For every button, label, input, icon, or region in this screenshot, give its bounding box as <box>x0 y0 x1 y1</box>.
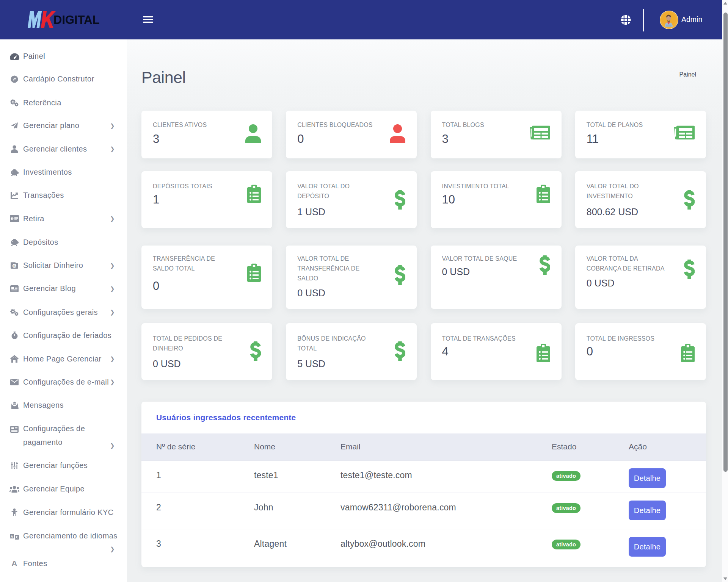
svg-text:A: A <box>11 534 13 538</box>
svg-text:$: $ <box>13 264 16 268</box>
svg-text:A: A <box>11 560 17 567</box>
